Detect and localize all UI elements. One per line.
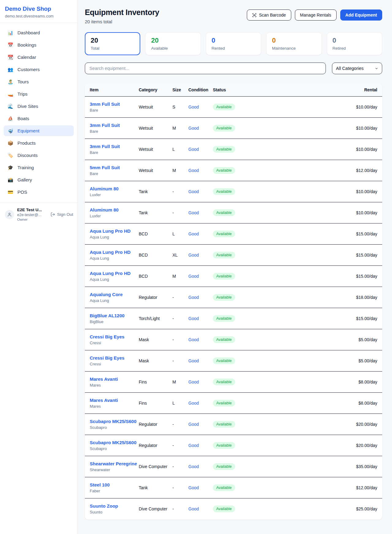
item-name-link[interactable]: Aqualung Core [90, 292, 139, 297]
item-category: BCD [139, 245, 172, 266]
stat-card-retired[interactable]: 0 Retired [327, 32, 382, 55]
table-row[interactable]: Aluminum 80 Luxfer Tank - Good Available… [85, 202, 382, 223]
condition-link[interactable]: Good [188, 231, 199, 236]
table-row[interactable]: 5mm Full Suit Bare Wetsuit M Good Availa… [85, 160, 382, 181]
condition-link[interactable]: Good [188, 337, 199, 342]
table-row[interactable]: BigBlue AL1200 BigBlue Torch/Light - Goo… [85, 308, 382, 329]
item-category: Tank [139, 181, 172, 202]
item-name-link[interactable]: Aluminum 80 [90, 186, 139, 191]
item-name-link[interactable]: 3mm Full Suit [90, 144, 139, 149]
condition-link[interactable]: Good [188, 126, 199, 131]
search-input[interactable] [85, 63, 326, 74]
table-row[interactable]: Aluminum 80 Luxfer Tank - Good Available… [85, 181, 382, 202]
sidebar-item-boats[interactable]: ⛵ Boats [4, 113, 74, 124]
item-name-link[interactable]: Steel 100 [90, 482, 139, 487]
sidebar-item-pos[interactable]: 💳 POS [4, 187, 74, 197]
item-name-link[interactable]: BigBlue AL1200 [90, 313, 139, 318]
item-name-link[interactable]: Cressi Big Eyes [90, 334, 139, 339]
table-row[interactable]: Shearwater Peregrine Shearwater Dive Com… [85, 456, 382, 477]
condition-link[interactable]: Good [188, 316, 199, 321]
brand-title: Demo Dive Shop [5, 6, 73, 12]
table-row[interactable]: Steel 100 Faber Tank - Good Available $1… [85, 477, 382, 498]
condition-link[interactable]: Good [188, 295, 199, 300]
sidebar-item-tours[interactable]: 🏝️ Tours [4, 76, 74, 87]
rental-price: $5.00/day [300, 329, 382, 350]
condition-link[interactable]: Good [188, 443, 199, 448]
table-row[interactable]: 3mm Full Suit Bare Wetsuit L Good Availa… [85, 139, 382, 160]
table-row[interactable]: Aqua Lung Pro HD Aqua Lung BCD XL Good A… [85, 245, 382, 266]
item-name-link[interactable]: 3mm Full Suit [90, 101, 139, 107]
condition-link[interactable]: Good [188, 401, 199, 406]
table-row[interactable]: Suunto Zoop Suunto Dive Computer - Good … [85, 498, 382, 520]
condition-link[interactable]: Good [188, 253, 199, 257]
add-equipment-button[interactable]: Add Equipment [340, 10, 382, 21]
item-name-link[interactable]: Suunto Zoop [90, 503, 139, 509]
sidebar-item-dashboard[interactable]: 📊 Dashboard [4, 27, 74, 38]
item-name-link[interactable]: Aluminum 80 [90, 207, 139, 212]
item-size: - [172, 435, 188, 456]
rental-price: $10.00/day [300, 139, 382, 160]
sidebar-item-gallery[interactable]: 📸 Gallery [4, 174, 74, 185]
item-name-link[interactable]: Aqua Lung Pro HD [90, 250, 139, 255]
item-name-link[interactable]: Cressi Big Eyes [90, 355, 139, 360]
condition-link[interactable]: Good [188, 358, 199, 363]
status-badge: Available [213, 209, 235, 216]
table-row[interactable]: Scubapro MK25/S600 Scubapro Regulator - … [85, 414, 382, 435]
sidebar-item-bookings[interactable]: 📅 Bookings [4, 40, 74, 50]
table-row[interactable]: Mares Avanti Mares Fins L Good Available… [85, 393, 382, 414]
scan-barcode-button[interactable]: Scan Barcode [247, 10, 291, 21]
table-row[interactable]: Aqualung Core Aqua Lung Regulator - Good… [85, 287, 382, 308]
table-row[interactable]: Scubapro MK25/S600 Scubapro Regulator - … [85, 435, 382, 456]
table-row[interactable]: 3mm Full Suit Bare Wetsuit M Good Availa… [85, 118, 382, 139]
item-name-link[interactable]: Mares Avanti [90, 376, 139, 382]
condition-link[interactable]: Good [188, 464, 199, 469]
col-size: Size [172, 83, 188, 97]
condition-link[interactable]: Good [188, 380, 199, 384]
condition-link[interactable]: Good [188, 147, 199, 152]
sidebar-item-training[interactable]: 🎓 Training [4, 162, 74, 173]
item-name-link[interactable]: Scubapro MK25/S600 [90, 419, 139, 424]
condition-link[interactable]: Good [188, 485, 199, 490]
category-select[interactable]: All Categories [332, 63, 382, 74]
item-name-link[interactable]: Aqua Lung Pro HD [90, 228, 139, 234]
status-badge: Available [213, 463, 235, 470]
item-name-link[interactable]: Aqua Lung Pro HD [90, 271, 139, 276]
table-row[interactable]: 3mm Full Suit Bare Wetsuit S Good Availa… [85, 97, 382, 118]
condition-link[interactable]: Good [188, 210, 199, 215]
item-brand: Shearwater [90, 467, 139, 472]
manage-rentals-button[interactable]: Manage Rentals [295, 10, 337, 21]
stat-card-maintenance[interactable]: 0 Maintenance [266, 32, 322, 55]
condition-link[interactable]: Good [188, 189, 199, 194]
condition-link[interactable]: Good [188, 105, 199, 109]
table-row[interactable]: Aqua Lung Pro HD Aqua Lung BCD L Good Av… [85, 223, 382, 245]
sidebar-item-dive-sites[interactable]: 🌊 Dive Sites [4, 101, 74, 112]
item-name-link[interactable]: 3mm Full Suit [90, 123, 139, 128]
sidebar-item-trips[interactable]: 🚤 Trips [4, 89, 74, 99]
status-badge: Available [213, 252, 235, 258]
item-brand: Faber [90, 489, 139, 493]
condition-link[interactable]: Good [188, 274, 199, 279]
sidebar-item-equipment[interactable]: 🤿 Equipment [4, 125, 74, 136]
table-row[interactable]: Mares Avanti Mares Fins M Good Available… [85, 372, 382, 393]
item-name-link[interactable]: Scubapro MK25/S600 [90, 440, 139, 445]
stat-card-total[interactable]: 20 Total [85, 32, 140, 55]
condition-link[interactable]: Good [188, 506, 199, 511]
chevron-down-icon [375, 67, 378, 70]
header-actions: Scan Barcode Manage Rentals Add Equipmen… [247, 10, 382, 21]
sidebar-item-products[interactable]: 📦 Products [4, 138, 74, 148]
condition-link[interactable]: Good [188, 422, 199, 427]
sidebar-item-calendar[interactable]: 📆 Calendar [4, 52, 74, 63]
table-row[interactable]: Aqua Lung Pro HD Aqua Lung BCD M Good Av… [85, 266, 382, 287]
sidebar-item-discounts[interactable]: 🏷️ Discounts [4, 150, 74, 161]
condition-link[interactable]: Good [188, 168, 199, 173]
sidebar-item-customers[interactable]: 👥 Customers [4, 64, 74, 75]
item-name-link[interactable]: Mares Avanti [90, 398, 139, 403]
item-name-link[interactable]: Shearwater Peregrine [90, 461, 139, 466]
table-row[interactable]: Cressi Big Eyes Cressi Mask - Good Avail… [85, 329, 382, 350]
item-name-link[interactable]: 5mm Full Suit [90, 165, 139, 170]
rental-price: $12.00/day [300, 477, 382, 498]
stat-card-rented[interactable]: 0 Rented [206, 32, 261, 55]
stat-card-available[interactable]: 20 Available [145, 32, 201, 55]
sign-out-button[interactable]: Sign Out [51, 212, 73, 217]
table-row[interactable]: Cressi Big Eyes Cressi Mask - Good Avail… [85, 350, 382, 372]
